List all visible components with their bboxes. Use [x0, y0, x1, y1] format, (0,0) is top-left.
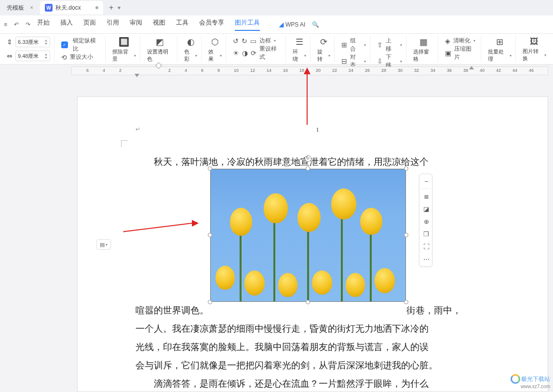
layout-options-icon[interactable]: ≣: [421, 191, 431, 202]
minus-icon[interactable]: −: [421, 176, 431, 187]
word-icon: W: [45, 4, 53, 12]
rotate-handle[interactable]: [305, 155, 311, 162]
height-input[interactable]: 6.33厘米 ▲▼: [15, 37, 50, 47]
rotate-left-icon[interactable]: ↺: [233, 37, 239, 45]
convert-button[interactable]: 🖼 图片转换▾: [523, 37, 546, 62]
image-side-toolbar: − ≣ ◪ ⊕ ❐ ⛶ ⋯: [419, 174, 432, 267]
tab-picture-tools[interactable]: 图片工具: [235, 18, 260, 31]
transparent-icon: ◩: [156, 37, 164, 47]
unsaved-dot-icon: [95, 6, 98, 9]
close-icon[interactable]: ×: [30, 4, 33, 11]
ai-logo-icon: ◢: [279, 21, 283, 28]
paragraph-line[interactable]: 滴滴答答，是雨在倾诉，还是心在流血？一片黯然浮于眼眸，为什么: [135, 375, 499, 392]
resize-handle-bl[interactable]: [208, 300, 212, 304]
batch-icon: ⊞: [496, 37, 503, 47]
border-button[interactable]: 边框: [259, 37, 271, 45]
undo-icon[interactable]: ↶: [14, 21, 19, 28]
tab-insert[interactable]: 插入: [60, 18, 73, 31]
more-icon[interactable]: ⋯: [421, 254, 431, 264]
tab-page[interactable]: 页面: [83, 18, 96, 31]
watermark-name: 极光下载站: [521, 375, 550, 383]
paragraph-line[interactable]: 光线，印在我落寞的脸颊上。我脑中回荡着朋友的背叛与谎言，家人的误: [135, 338, 499, 356]
move-down-icon: ⇩: [377, 57, 383, 65]
tab-tools[interactable]: 工具: [176, 18, 189, 31]
crop-icon[interactable]: ◪: [421, 203, 431, 214]
reset-size-button[interactable]: 重设大小: [70, 53, 93, 61]
wrap-icon: ☰: [296, 37, 303, 47]
select-pane-icon: ▦: [419, 37, 428, 47]
effect-button[interactable]: ⬡ 效果▾: [208, 37, 222, 63]
set-transparent-button[interactable]: ◩ 设置透明色: [147, 37, 173, 63]
width-icon: ⇔: [7, 52, 13, 60]
indent-marker[interactable]: [135, 74, 139, 77]
resize-handle-br[interactable]: [404, 300, 408, 304]
clarity-icon: ◈: [445, 37, 450, 45]
tab-document[interactable]: W 秋天.docx: [40, 1, 103, 14]
tab-reference[interactable]: 引用: [107, 18, 119, 31]
resize-handle-tl[interactable]: [208, 166, 212, 171]
watermark: 极光下载站 www.xz7.com: [511, 374, 550, 389]
ribbon-tabs: 开始 插入 页面 引用 审阅 视图 工具 会员专享 图片工具: [37, 18, 260, 31]
watermark-logo-icon: [511, 374, 520, 384]
contrast-icon[interactable]: ◑: [242, 49, 248, 57]
reset-style-icon: ⟳: [251, 49, 256, 57]
paragraph-line[interactable]: 会与训斥，它们就像是一把把闪着寒光的剑，从背后深深地刺进我的心脏。: [135, 356, 499, 375]
resize-handle-r[interactable]: [404, 233, 408, 237]
wrap-button[interactable]: ☰ 环绕▾: [293, 37, 306, 63]
page-number: 1: [135, 126, 499, 134]
menu-icon[interactable]: ≡: [4, 21, 7, 28]
tab-start[interactable]: 开始: [37, 18, 50, 31]
paragraph-line[interactable]: 喧嚣的世界调色。 街巷，雨中，: [135, 301, 499, 320]
group-button[interactable]: 组合: [350, 37, 361, 53]
layout-handle-icon: ▤: [100, 242, 105, 248]
wps-ai-button[interactable]: ◢ WPS AI: [279, 21, 305, 28]
expand-icon[interactable]: ⛶: [421, 241, 431, 252]
group-icon: ⊞: [341, 41, 347, 49]
effect-icon: ⬡: [211, 37, 219, 47]
tab-overflow-button[interactable]: ▾: [118, 4, 121, 11]
new-tab-button[interactable]: +: [105, 3, 118, 12]
move-up-button: 上移: [386, 37, 397, 53]
remove-bg-button[interactable]: 🔲 抠除背景▾: [112, 37, 136, 63]
select-pane-button[interactable]: ▦ 选择窗格: [413, 37, 434, 63]
width-input[interactable]: 9.48厘米 ▲▼: [15, 51, 50, 61]
tab-label: 壳模板: [7, 4, 24, 12]
paragraph-line[interactable]: 一个人。我在凄凉萧瑟的细雨中慢慢行走，昏黄的街灯无力地洒下冰冷的: [135, 320, 499, 338]
reset-style-button[interactable]: 重设样式: [259, 45, 282, 61]
redo-icon[interactable]: ↷: [26, 21, 30, 28]
compress-icon: ▣: [445, 49, 451, 57]
annotation-arrow-1: [307, 68, 310, 125]
border-icon: ▭: [250, 37, 256, 45]
color-button[interactable]: ◐ 色彩▾: [184, 37, 198, 63]
batch-button[interactable]: ⊞ 批量处理▾: [488, 37, 512, 63]
annotation-arrow-2: [123, 227, 198, 228]
search-icon[interactable]: 🔍: [312, 21, 319, 28]
reset-size-icon: ⟲: [61, 54, 67, 61]
selected-image[interactable]: [210, 169, 406, 302]
clarity-button[interactable]: 清晰化: [453, 37, 471, 45]
ruler-area: 6 4 2 2 4 6 8 10 12 14 16 18 20 22 24 26…: [0, 67, 553, 80]
height-icon: ⇕: [7, 38, 13, 46]
resize-handle-tr[interactable]: [404, 166, 408, 171]
move-up-icon: ⇧: [377, 41, 383, 49]
rotate-right-icon[interactable]: ↻: [242, 37, 247, 45]
color-icon: ◐: [187, 37, 195, 47]
layout-handle-button[interactable]: ▤▾: [96, 239, 111, 250]
zoom-icon[interactable]: ⊕: [421, 216, 431, 227]
tab-member[interactable]: 会员专享: [199, 18, 224, 31]
tab-template[interactable]: 壳模板 ×: [2, 1, 38, 14]
brightness-icon[interactable]: ☀: [233, 49, 239, 57]
lock-ratio-checkbox[interactable]: ✓: [61, 41, 68, 48]
resize-handle-t[interactable]: [306, 166, 310, 171]
tab-view[interactable]: 视图: [153, 18, 165, 31]
right-indent-marker[interactable]: [469, 66, 474, 69]
paragraph-mark-icon: ↵: [135, 126, 140, 133]
remove-bg-icon: 🔲: [119, 37, 129, 47]
resize-handle-b[interactable]: [306, 300, 310, 304]
compress-button[interactable]: 压缩图片: [454, 45, 477, 61]
rotate-button[interactable]: ⟳ 旋转▾: [317, 37, 331, 63]
rotate-icon: ⟳: [320, 37, 327, 47]
copy-icon[interactable]: ❐: [421, 229, 431, 239]
tab-review[interactable]: 审阅: [130, 18, 142, 31]
resize-handle-l[interactable]: [208, 233, 212, 237]
